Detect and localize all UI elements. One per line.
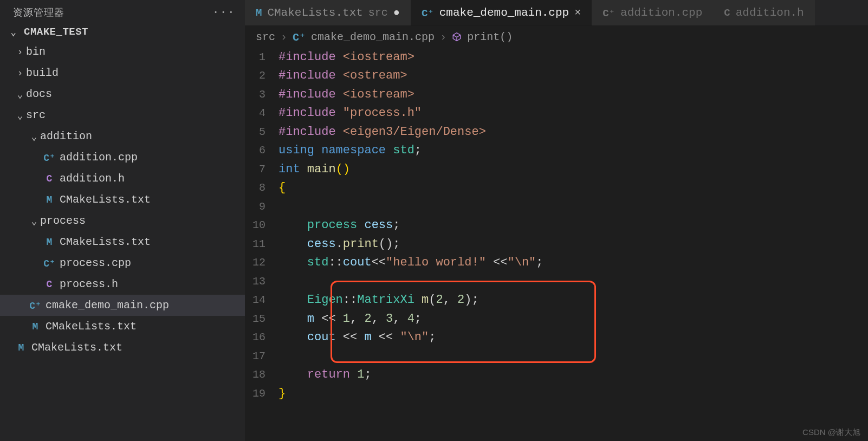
- chevron-right-icon: ›: [14, 68, 26, 79]
- cpp-file-icon: C⁺: [42, 257, 56, 269]
- tree-item-label: build: [26, 67, 59, 79]
- editor-tab[interactable]: C⁺cmake_demo_main.cpp×: [411, 0, 592, 25]
- tree-file[interactable]: Cprocess.h: [0, 274, 245, 295]
- tree-file[interactable]: C⁺process.cpp: [0, 252, 245, 274]
- tree-item-label: cmake_demo_main.cpp: [46, 299, 169, 312]
- line-number: 11: [245, 238, 278, 250]
- code-line[interactable]: 19}: [245, 384, 868, 403]
- code-content: #include <ostream>: [278, 69, 407, 82]
- project-name: CMAKE_TEST: [24, 26, 88, 38]
- tree-file[interactable]: MCMakeLists.txt: [0, 231, 245, 252]
- file-tree: ›bin›build⌄docs⌄src⌄additionC⁺addition.c…: [0, 41, 245, 441]
- code-content: {: [278, 181, 286, 194]
- code-content: #include <eigen3/Eigen/Dense>: [278, 125, 486, 139]
- breadcrumb-seg: print(): [467, 31, 513, 43]
- tree-item-label: addition.h: [60, 172, 125, 185]
- tree-item-label: addition: [40, 130, 92, 142]
- line-number: 17: [245, 350, 278, 362]
- code-line[interactable]: 9: [245, 197, 868, 216]
- tree-item-label: CMakeLists.txt: [60, 193, 151, 206]
- m-file-icon: M: [28, 321, 42, 332]
- cpp-file-icon: C⁺: [42, 152, 56, 164]
- line-number: 1: [245, 51, 278, 63]
- chevron-down-icon: ⌄: [8, 26, 20, 38]
- line-number: 5: [245, 126, 278, 138]
- editor-pane: MCMakeLists.txtsrc●C⁺cmake_demo_main.cpp…: [245, 0, 868, 441]
- tree-file[interactable]: Caddition.h: [0, 168, 245, 189]
- line-number: 16: [245, 331, 278, 343]
- tree-folder[interactable]: ⌄docs: [0, 83, 245, 105]
- code-line[interactable]: 16 cout << m << "\n";: [245, 328, 868, 347]
- tree-folder[interactable]: ›bin: [0, 41, 245, 62]
- code-line[interactable]: 17: [245, 347, 868, 366]
- dirty-indicator-icon: ●: [393, 7, 400, 19]
- line-number: 15: [245, 313, 278, 325]
- line-number: 9: [245, 200, 278, 213]
- tree-file[interactable]: MCMakeLists.txt: [0, 316, 245, 337]
- code-line[interactable]: 3#include <iostream>: [245, 85, 868, 104]
- tree-item-label: bin: [26, 46, 46, 58]
- code-content: #include <iostream>: [278, 88, 414, 101]
- breadcrumb-seg: cmake_demo_main.cpp: [311, 31, 435, 43]
- close-tab-icon[interactable]: ×: [574, 7, 581, 19]
- editor-tab[interactable]: Caddition.h: [713, 0, 814, 25]
- line-number: 4: [245, 107, 278, 119]
- code-content: m << 1, 2, 3, 4;: [278, 312, 422, 326]
- code-line[interactable]: 18 return 1;: [245, 366, 868, 385]
- editor-tab[interactable]: C⁺addition.cpp: [592, 0, 713, 25]
- tree-folder[interactable]: ⌄src: [0, 105, 245, 126]
- code-line[interactable]: 6using namespace std;: [245, 141, 868, 160]
- code-line[interactable]: 1#include <iostream>: [245, 48, 868, 67]
- code-line[interactable]: 10 process cess;: [245, 216, 868, 235]
- code-line[interactable]: 8{: [245, 179, 868, 198]
- code-line[interactable]: 2#include <ostream>: [245, 67, 868, 86]
- code-content: #include "process.h": [278, 106, 422, 120]
- code-line[interactable]: 4#include "process.h": [245, 104, 868, 123]
- code-content: int main(): [278, 163, 350, 176]
- tree-file[interactable]: MCMakeLists.txt: [0, 337, 245, 358]
- code-editor[interactable]: 1#include <iostream>2#include <ostream>3…: [245, 48, 868, 441]
- line-number: 12: [245, 256, 278, 269]
- more-actions-icon[interactable]: ···: [212, 6, 235, 20]
- tree-folder[interactable]: ›build: [0, 62, 245, 83]
- line-number: 7: [245, 163, 278, 176]
- line-number: 14: [245, 294, 278, 306]
- code-content: std::cout<<"hello world!" <<"\n";: [278, 256, 543, 269]
- cpp-icon: C⁺: [293, 30, 306, 44]
- tree-file[interactable]: C⁺cmake_demo_main.cpp: [0, 295, 245, 316]
- code-line[interactable]: 7int main(): [245, 160, 868, 179]
- code-line[interactable]: 14 Eigen::MatrixXi m(2, 2);: [245, 291, 868, 310]
- chevron-down-icon: ⌄: [28, 131, 40, 142]
- code-content: using namespace std;: [278, 144, 422, 157]
- m-file-icon: M: [256, 7, 262, 19]
- code-line[interactable]: 12 std::cout<<"hello world!" <<"\n";: [245, 254, 868, 273]
- line-number: 2: [245, 69, 278, 82]
- chevron-down-icon: ⌄: [14, 109, 26, 121]
- chevron-down-icon: ⌄: [28, 215, 40, 227]
- cppg-file-icon: C⁺: [603, 7, 615, 20]
- code-line[interactable]: 15 m << 1, 2, 3, 4;: [245, 309, 868, 328]
- sidebar-header: 资源管理器 ···: [0, 0, 245, 24]
- c-file-icon: C: [42, 279, 56, 290]
- tree-folder[interactable]: ⌄process: [0, 210, 245, 231]
- code-content: cout << m << "\n";: [278, 330, 436, 344]
- breadcrumb[interactable]: src › C⁺ cmake_demo_main.cpp › print(): [245, 26, 868, 48]
- tree-item-label: CMakeLists.txt: [31, 341, 122, 354]
- tree-item-label: CMakeLists.txt: [60, 236, 151, 248]
- code-content: cess.print();: [278, 237, 400, 251]
- code-line[interactable]: 11 cess.print();: [245, 235, 868, 254]
- project-root[interactable]: ⌄ CMAKE_TEST: [0, 24, 245, 41]
- editor-tab[interactable]: MCMakeLists.txtsrc●: [245, 0, 411, 25]
- tree-file[interactable]: MCMakeLists.txt: [0, 189, 245, 210]
- chevron-right-icon: ›: [14, 47, 26, 57]
- line-number: 3: [245, 88, 278, 101]
- tree-file[interactable]: C⁺addition.cpp: [0, 147, 245, 168]
- code-line[interactable]: 13: [245, 272, 868, 291]
- explorer-sidebar: 资源管理器 ··· ⌄ CMAKE_TEST ›bin›build⌄docs⌄s…: [0, 0, 245, 441]
- line-number: 13: [245, 275, 278, 288]
- line-number: 19: [245, 387, 278, 400]
- tree-folder[interactable]: ⌄addition: [0, 126, 245, 147]
- code-line[interactable]: 5#include <eigen3/Eigen/Dense>: [245, 122, 868, 141]
- tree-item-label: docs: [26, 88, 52, 100]
- m-file-icon: M: [42, 194, 56, 205]
